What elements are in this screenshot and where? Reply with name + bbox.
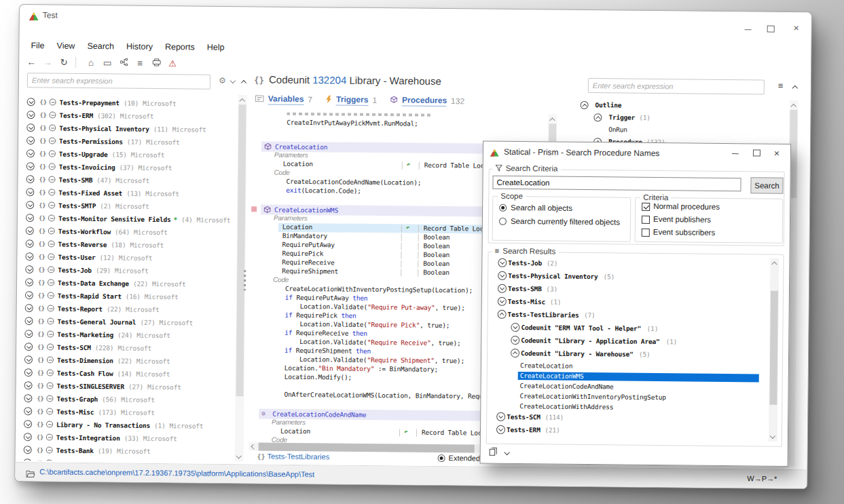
search-settings-gear-icon[interactable]: ⚙ [219,76,226,85]
expand-chevron-icon[interactable] [26,162,35,170]
menu-item-reports[interactable]: Reports [159,40,201,54]
expand-chevron-icon[interactable] [25,291,33,299]
checkbox-icon[interactable] [642,229,650,237]
tree-item[interactable]: {}Tests-Job(29)Microsoft [20,264,246,278]
tree-item[interactable]: {}Tests-Physical Inventory(11)Microsoft [21,122,248,136]
expand-chevron-icon[interactable] [26,123,35,132]
expand-chevron-icon[interactable] [26,214,34,222]
expand-chevron-icon[interactable] [25,265,33,273]
expand-chevron-icon[interactable] [26,227,34,235]
status-path[interactable]: C:\bcartifacts.cache\onprem\17.2.19367.1… [39,467,314,478]
radio-icon[interactable] [499,204,507,212]
tree-item[interactable]: {}Tests-Marketing(24)Microsoft [19,328,246,343]
tree-item[interactable]: {}Tests-Rapid Start(16)Microsoft [20,290,246,304]
tree-item[interactable]: {}Tests-Workflow(64)Microsoft [20,225,247,239]
tree-item[interactable]: {}Tests-Integration(33)Microsoft [18,431,245,446]
tree-item[interactable]: {}Tests-Upgrade(15)Microsoft [21,148,248,162]
tree-item[interactable]: {}Tests-SINGLESERVER(27)Microsoft [19,380,246,394]
procedure-search-input[interactable] [492,176,741,192]
expand-chevron-icon[interactable] [24,355,33,364]
close-button[interactable]: × [793,24,799,31]
footer-project-link[interactable]: Tests-TestLibraries [267,452,329,461]
tree-item[interactable]: {}Tests-SMTP(2)Microsoft [20,199,247,214]
menu-item-history[interactable]: History [120,39,159,54]
expand-chevron-icon[interactable] [26,239,34,248]
expand-chevron-icon[interactable] [24,407,32,415]
tree-item[interactable]: {}Tests-Monitor Sensitive Fields*(4)Micr… [20,212,247,227]
expand-chevron-icon[interactable] [26,111,35,119]
toolbar-refresh-icon[interactable]: ↻ [56,57,72,68]
collapse-chevron-icon[interactable] [581,101,589,109]
tree-item[interactable]: {}Tests-User(12)Microsoft [20,251,246,265]
search-button[interactable]: Search [750,177,783,193]
menu-item-help[interactable]: Help [201,41,231,54]
expand-chevron-icon[interactable] [26,188,34,196]
expand-chevron-icon[interactable] [498,297,507,306]
expand-chevron-icon[interactable] [25,252,33,260]
left-panel-collapse-icon[interactable] [242,79,246,83]
expand-chevron-icon[interactable] [24,317,33,325]
right-search-input[interactable] [588,78,765,94]
toolbar-home-icon[interactable]: ⌂ [83,57,99,67]
checkbox-icon[interactable] [642,216,650,224]
dialog-minimize-button[interactable] [732,153,739,154]
results-scrollbar[interactable] [769,258,779,442]
toolbar-errors-icon[interactable]: ⚠ [164,58,181,69]
expand-chevron-icon[interactable] [26,175,34,183]
toolbar-forward-icon[interactable]: → [39,57,56,67]
tree-item[interactable]: {}Tests-Cash Flow(14)Microsoft [19,367,246,381]
toolbar-back-icon[interactable]: ← [23,57,39,67]
tree-item[interactable]: {}Tests-Fixed Asset(13)Microsoft [20,187,247,201]
expand-chevron-icon[interactable] [24,330,33,338]
tree-item[interactable]: {}Tests-Invoicing(37)Microsoft [21,161,248,175]
toolbar-graph-icon[interactable] [115,58,132,68]
tree-item[interactable]: {}Tests-Report(22)Microsoft [20,303,246,317]
expand-chevron-icon[interactable] [498,284,507,293]
tree-item[interactable]: {}Tests-Graph(56)Microsoft [18,393,245,407]
expand-chevron-icon[interactable] [26,201,34,209]
expand-chevron-icon[interactable] [511,349,519,357]
outline-filter-icon[interactable]: ≡ [778,81,784,91]
expand-chevron-icon[interactable] [498,310,507,319]
tree-item[interactable]: {}Tests-SCM(228)Microsoft [19,341,246,355]
radio-icon[interactable] [499,218,507,225]
expand-chevron-icon[interactable] [24,343,33,351]
menu-item-search[interactable]: Search [81,39,120,54]
toolbar-select-icon[interactable]: ▭ [99,57,115,68]
splitter-handle[interactable] [244,270,246,290]
tree-item[interactable]: {}Library - No Transactions(1)Microsoft [18,419,245,433]
expand-chevron-icon[interactable] [24,433,32,441]
maximize-button[interactable] [767,26,775,33]
expand-chevron-icon[interactable] [511,336,519,345]
tree-item[interactable]: {}Tests-General Journal(27)Microsoft [19,315,246,330]
expand-chevron-icon[interactable] [24,420,32,428]
tree-item[interactable]: {}Tests-Bank(19)Microsoft [18,444,245,459]
tree-item[interactable]: {}Tests-Permissions(17)Microsoft [21,135,248,149]
expand-chevron-icon[interactable] [498,258,507,267]
expand-chevron-icon[interactable] [24,368,33,376]
expand-chevron-icon[interactable] [24,446,32,454]
expand-chevron-icon[interactable] [26,149,35,157]
checkbox-icon[interactable] [642,203,650,211]
expand-chevron-icon[interactable] [496,412,505,421]
expand-chevron-icon[interactable] [24,381,33,389]
toolbar-list-icon[interactable]: ≡ [132,58,148,68]
expand-chevron-icon[interactable] [511,323,519,332]
expand-chevron-icon[interactable] [25,304,33,312]
collapse-chevron-icon[interactable] [593,113,602,121]
dialog-close-button[interactable]: × [774,148,779,159]
tree-item[interactable]: {}Tests-Dimension(22)Microsoft [19,354,246,368]
tree-item[interactable]: {}Tests-SMB(47)Microsoft [20,174,247,188]
extended-definitions-radio[interactable]: Extended d [438,454,487,463]
copy-results-icon[interactable] [489,447,498,459]
left-search-input[interactable] [27,73,210,90]
expand-chevron-icon[interactable] [496,425,505,434]
menu-item-view[interactable]: View [50,39,81,52]
copy-options-chevron-icon[interactable] [505,450,510,455]
expand-chevron-icon[interactable] [26,136,35,144]
minimize-button[interactable] [745,29,752,30]
tree-item[interactable]: {}Tests-Data Exchange(22)Microsoft [20,277,246,291]
expand-chevron-icon[interactable] [27,98,35,106]
tree-item[interactable]: {}Tests-Misc(173)Microsoft [18,406,245,420]
expand-chevron-icon[interactable] [498,271,507,280]
